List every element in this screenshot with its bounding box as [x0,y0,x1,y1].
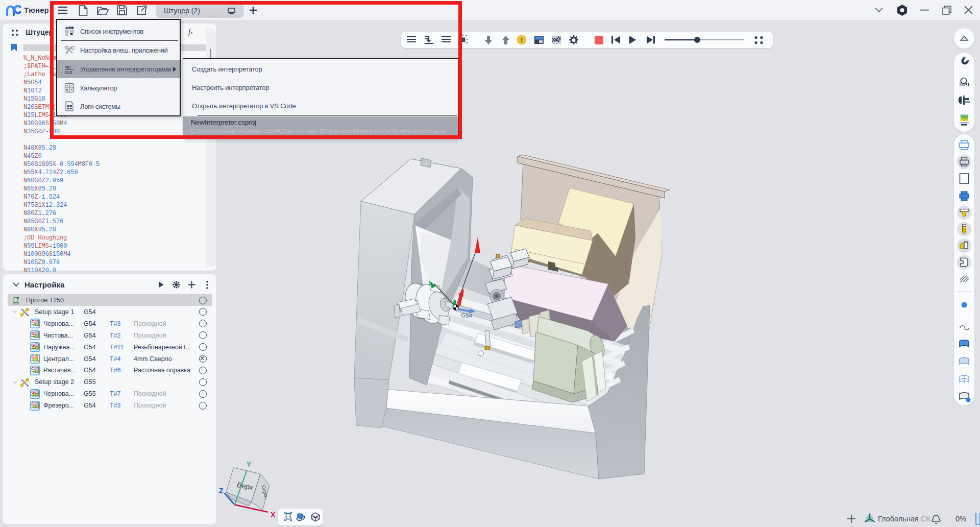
svg-text:G: G [31,354,35,360]
svg-text:G: G [31,343,35,348]
svg-text:0%: 0% [955,515,966,523]
svg-text:G: G [31,319,35,324]
svg-text:G: G [31,331,35,336]
svg-text:G: G [31,401,35,406]
svg-text:G54: G54 [461,312,473,319]
svg-text:G: G [31,366,35,371]
svg-text:Глобальная СК: Глобальная СК [878,515,930,523]
svg-text:G: G [31,389,35,394]
svg-text:Z: Z [219,487,224,495]
svg-text:Y: Y [247,460,252,468]
svg-text:!: ! [521,36,523,44]
svg-text:X: X [271,511,276,519]
